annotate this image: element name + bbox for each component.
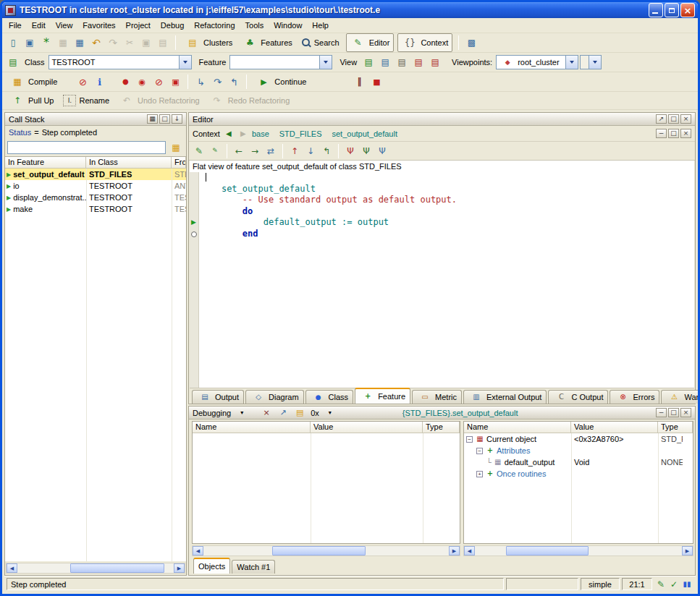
clusters-button[interactable]: ▤Clusters	[180, 33, 237, 52]
save-call-stack-button[interactable]: ▦	[147, 114, 158, 124]
close-context-button[interactable]: ×	[680, 129, 691, 138]
remove-breakpoints-icon[interactable]: ⊘	[151, 74, 166, 90]
call-stack-row[interactable]: ▶display_demonstrat...TESTROOTTESTROOT	[5, 192, 186, 203]
watch-column-type[interactable]: Type	[423, 422, 460, 433]
cut-icon[interactable]: ✂	[122, 35, 138, 51]
menu-project[interactable]: Project	[121, 19, 156, 32]
tab-output[interactable]: ▤Output	[192, 390, 244, 404]
step-out-icon[interactable]: ↰	[226, 74, 242, 90]
call-stack-row[interactable]: ▶set_output_defaultSTD_FILESSTD_FILES	[5, 169, 186, 180]
float-call-stack-button[interactable]: □	[159, 114, 170, 124]
scroll-right-icon[interactable]: ▶	[449, 546, 460, 555]
float-editor-button[interactable]: ↗	[656, 114, 667, 124]
open-file-icon[interactable]: ▣	[22, 35, 38, 51]
collapse-icon[interactable]: −	[476, 448, 483, 454]
objects-column-name[interactable]: Name	[464, 422, 571, 433]
editor-gutter[interactable]: ▶	[190, 172, 199, 388]
scroll-left-icon[interactable]: ◀	[7, 563, 17, 573]
scroll-left-icon[interactable]: ◀	[193, 546, 203, 555]
feature-assigners-icon[interactable]: ⇄	[263, 144, 278, 158]
search-button[interactable]: Search	[298, 37, 344, 49]
feature-callees-icon[interactable]: →	[248, 144, 262, 158]
suppliers-tree-icon[interactable]: Ψ	[375, 144, 389, 158]
inheritance-tree-icon[interactable]: Ψ	[343, 144, 358, 158]
call-stack-row[interactable]: ▶ioTESTROOTANY	[5, 180, 186, 192]
expand-icon[interactable]: +	[476, 471, 483, 477]
tab-objects[interactable]: Objects	[193, 558, 230, 574]
menu-window[interactable]: Window	[269, 19, 307, 32]
basic-text-view-icon[interactable]: ▤	[360, 54, 376, 70]
minimize-context-button[interactable]: −	[656, 129, 667, 138]
class-combobox-dropdown[interactable]	[179, 56, 191, 69]
feature-combobox[interactable]	[229, 55, 332, 69]
scroll-right-icon[interactable]: ▶	[174, 563, 185, 573]
continue-button[interactable]: ▶ Continue	[251, 72, 311, 91]
stop-icon[interactable]: ■	[368, 74, 384, 90]
debug-info-icon[interactable]: ℹ	[91, 74, 107, 90]
edit-feature-icon[interactable]: ✎	[192, 144, 206, 158]
undo-refactoring-button[interactable]: ↶Undo Refactoring	[114, 91, 204, 110]
tab-errors[interactable]: ⊗Errors	[610, 390, 659, 404]
open-in-new-editor-icon[interactable]: ✎	[208, 144, 222, 158]
flat-view-icon[interactable]: ▤	[394, 54, 410, 70]
undo-icon[interactable]: ↶	[88, 35, 104, 51]
debug-views-dropdown-icon[interactable]: ▾	[234, 405, 250, 421]
expression-icon[interactable]: ▤	[292, 405, 308, 421]
scroll-left-icon[interactable]: ◀	[464, 546, 475, 555]
watch-column-value[interactable]: Value	[311, 422, 423, 433]
step-over-icon[interactable]: ↷	[209, 74, 225, 90]
editor-code[interactable]: set_output_default -- Use standard outpu…	[199, 172, 694, 388]
redo-icon[interactable]: ↷	[105, 35, 121, 51]
tab-warnings[interactable]: ⚠Warnings	[661, 390, 700, 404]
viewpoint-filter-dropdown[interactable]	[589, 56, 601, 69]
tab-diagram[interactable]: ◇Diagram	[245, 390, 304, 404]
save-icon[interactable]: ▦	[55, 35, 71, 51]
editor-body[interactable]: Flat view of feature set_output_default …	[190, 161, 694, 388]
compile-button[interactable]: ▦ Compile	[5, 72, 62, 91]
editor-button[interactable]: ✎Editor	[346, 33, 395, 52]
objects-hscrollbar[interactable]: ◀ ▶	[463, 545, 693, 556]
enable-breakpoints-icon[interactable]: ●	[117, 74, 133, 90]
tab-watch-1[interactable]: Watch #1	[232, 560, 275, 574]
close-editor-button[interactable]: ×	[680, 114, 691, 124]
viewpoints-combobox-dropdown[interactable]	[565, 56, 578, 69]
column-header-in-class[interactable]: In Class	[86, 157, 172, 169]
close-debug-tool-icon[interactable]: ×	[258, 405, 274, 421]
features-button[interactable]: ♣Features	[237, 33, 296, 52]
diagram-tool-icon[interactable]: ▩	[463, 35, 479, 51]
feature-combobox-dropdown[interactable]	[319, 56, 332, 69]
exception-trace-icon[interactable]: ↗	[275, 405, 291, 421]
context-back-button[interactable]: ◀	[223, 129, 235, 137]
stack-depth-icon[interactable]: ▦	[168, 140, 184, 156]
maximize-context-button[interactable]: □	[668, 129, 679, 138]
step-into-icon[interactable]: ↳	[193, 74, 208, 90]
disable-breakpoints-icon[interactable]: ◉	[134, 74, 150, 90]
menu-view[interactable]: View	[51, 19, 78, 32]
contract-view-icon[interactable]: ▤	[410, 54, 426, 70]
scroll-right-icon[interactable]: ▶	[682, 546, 693, 555]
breadcrumb-cluster[interactable]: base	[252, 129, 269, 138]
menu-debug[interactable]: Debug	[156, 19, 189, 32]
close-window-button[interactable]	[680, 3, 695, 17]
watch-column-name[interactable]: Name	[193, 422, 311, 433]
tab-feature[interactable]: +Feature	[355, 388, 410, 404]
tab-class[interactable]: ●Class	[305, 390, 354, 404]
menu-favorites[interactable]: Favorites	[77, 19, 120, 32]
hex-dropdown-icon[interactable]: ▾	[322, 405, 338, 421]
breadcrumb-class[interactable]: STD_FILES	[279, 129, 322, 138]
tab-metric[interactable]: ▭Metric	[412, 390, 462, 404]
redo-refactoring-button[interactable]: ↷Redo Refactoring	[205, 91, 295, 110]
paste-icon[interactable]: ▤	[155, 35, 171, 51]
clickable-view-icon[interactable]: ▤	[377, 54, 393, 70]
call-stack-row[interactable]: ▶makeTESTROOTTESTROOT	[5, 203, 186, 215]
tab-external-output[interactable]: ▥External Output	[463, 390, 547, 404]
class-descendants-icon[interactable]: ↓	[303, 144, 318, 158]
ignore-breakpoints-icon[interactable]: ⊘	[75, 74, 90, 90]
class-ancestors-icon[interactable]: ↑	[287, 144, 302, 158]
scroll-thumb[interactable]	[272, 546, 366, 555]
breakpoint-slot-icon[interactable]	[191, 231, 197, 237]
objects-column-value[interactable]: Value	[571, 422, 658, 433]
hex-label[interactable]: 0x	[311, 409, 319, 417]
minimize-debug-button[interactable]: −	[656, 408, 667, 417]
context-button[interactable]: {}Context	[397, 33, 452, 52]
